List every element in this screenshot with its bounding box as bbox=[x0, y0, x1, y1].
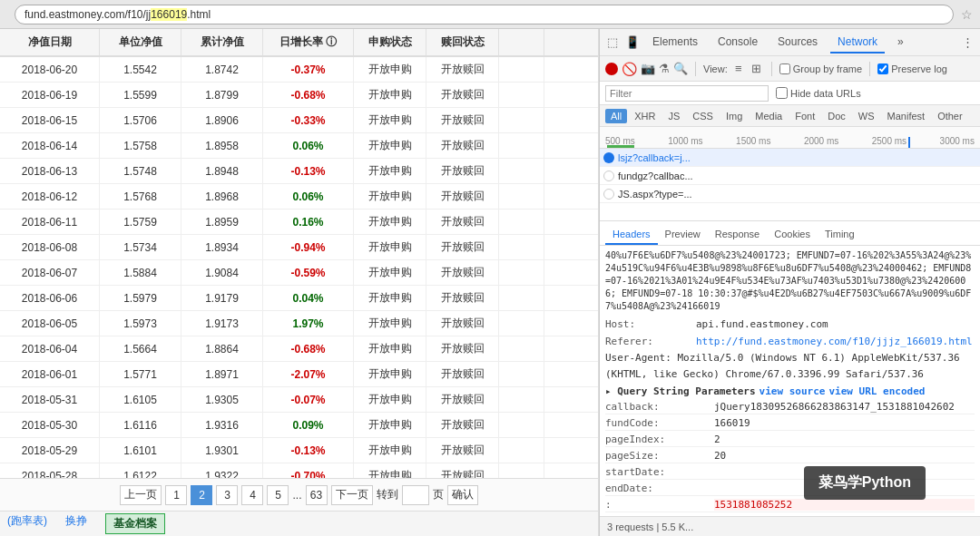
col-date: 净值日期 bbox=[0, 29, 100, 55]
page-2-button[interactable]: 2 bbox=[191, 485, 212, 505]
page-last-button[interactable]: 63 bbox=[306, 485, 328, 505]
cell-unit: 1.6101 bbox=[100, 438, 181, 463]
response-text-section: 40%u7F6E%u6DF7%u5408@%23%24001723; EMFUN… bbox=[605, 249, 975, 313]
mobile-icon[interactable]: 📱 bbox=[625, 35, 640, 50]
cell-sell: 开放赎回 bbox=[426, 311, 499, 336]
request-item[interactable]: JS.aspx?type=... bbox=[600, 185, 980, 203]
group-by-frame-checkbox[interactable] bbox=[779, 63, 790, 74]
confirm-page-button[interactable]: 确认 bbox=[447, 485, 478, 505]
query-title-text: ▸ Query String Parameters bbox=[605, 385, 756, 397]
view-url-encoded-link[interactable]: view URL encoded bbox=[828, 385, 925, 397]
useragent-row: User-Agent: Mozilla/5.0 (Windows NT 6.1)… bbox=[605, 350, 975, 382]
view-source-link[interactable]: view source bbox=[760, 385, 826, 397]
type-filter-media[interactable]: Media bbox=[750, 109, 788, 123]
cell-sell: 开放赎回 bbox=[426, 210, 499, 234]
type-filter-xhr[interactable]: XHR bbox=[629, 109, 661, 123]
request-item[interactable]: fundgz?callbac... bbox=[600, 167, 980, 185]
cell-accum: 1.8958 bbox=[181, 133, 263, 158]
page-input[interactable] bbox=[402, 485, 429, 505]
col-buy: 申购状态 bbox=[354, 29, 426, 55]
detail-tab-cookies[interactable]: Cookies bbox=[767, 225, 818, 245]
page-ellipsis: ... bbox=[292, 489, 301, 502]
tab-more[interactable]: » bbox=[890, 32, 911, 54]
cell-action bbox=[499, 235, 544, 259]
cell-buy: 开放申购 bbox=[354, 413, 426, 437]
cell-rate: -0.70% bbox=[263, 463, 354, 478]
cell-accum: 1.8906 bbox=[181, 108, 263, 132]
separator-3 bbox=[869, 62, 870, 76]
query-param-value bbox=[714, 482, 975, 494]
devtools-settings-icon[interactable]: ⋮ bbox=[960, 35, 975, 50]
url-bar[interactable]: fund.eastmoney.com/f10/jj166019.html bbox=[15, 5, 954, 24]
cell-buy: 开放申购 bbox=[354, 83, 426, 107]
next-page-button[interactable]: 下一页 bbox=[331, 485, 373, 505]
type-filter-font[interactable]: Font bbox=[789, 109, 820, 123]
tab-network[interactable]: Network bbox=[830, 32, 885, 54]
cell-accum: 1.9305 bbox=[181, 387, 263, 412]
cell-buy: 开放申购 bbox=[354, 210, 426, 234]
detail-tab-headers[interactable]: Headers bbox=[605, 225, 658, 245]
view-grid-icon[interactable]: ⊞ bbox=[750, 62, 764, 76]
pailu-link[interactable]: (跑率表) bbox=[7, 513, 47, 534]
cell-rate: -0.33% bbox=[263, 108, 354, 132]
filter-icon[interactable]: ⚗ bbox=[659, 62, 670, 75]
page-1-button[interactable]: 1 bbox=[165, 485, 187, 505]
query-param-key: callback: bbox=[605, 401, 714, 413]
request-item[interactable]: lsjz?callback=j... bbox=[600, 149, 980, 167]
cell-sell: 开放赎回 bbox=[426, 286, 499, 310]
cell-sell: 开放赎回 bbox=[426, 159, 499, 183]
type-filter-all[interactable]: All bbox=[605, 109, 627, 123]
cell-date: 2018-06-08 bbox=[0, 235, 100, 259]
cell-action bbox=[499, 260, 544, 285]
type-filter-manifest[interactable]: Manifest bbox=[882, 109, 931, 123]
fund-archive-button[interactable]: 基金档案 bbox=[105, 513, 165, 534]
clear-button[interactable]: 🚫 bbox=[622, 62, 637, 76]
type-filter-other[interactable]: Other bbox=[932, 109, 968, 123]
view-list-icon[interactable]: ≡ bbox=[731, 62, 746, 76]
tab-elements[interactable]: Elements bbox=[645, 32, 705, 54]
record-button[interactable] bbox=[605, 63, 618, 75]
type-filter-doc[interactable]: Doc bbox=[822, 109, 851, 123]
detail-tab-timing[interactable]: Timing bbox=[818, 225, 862, 245]
bookmark-star-icon[interactable]: ☆ bbox=[961, 7, 973, 22]
host-row: Host: api.fund.eastmoney.com bbox=[605, 317, 975, 333]
page-3-button[interactable]: 3 bbox=[216, 485, 238, 505]
type-filter-img[interactable]: Img bbox=[720, 109, 748, 123]
tab-console[interactable]: Console bbox=[710, 32, 765, 54]
cell-unit: 1.5884 bbox=[100, 260, 181, 285]
preserve-log-checkbox[interactable] bbox=[877, 63, 888, 74]
cell-date: 2018-06-05 bbox=[0, 311, 100, 336]
huanzheng-link[interactable]: 换挣 bbox=[65, 513, 87, 534]
timeline-blue-bar bbox=[908, 137, 910, 148]
type-filter-ws[interactable]: WS bbox=[853, 109, 880, 123]
hide-data-urls-checkbox[interactable] bbox=[776, 87, 788, 99]
prev-page-button[interactable]: 上一页 bbox=[120, 485, 162, 505]
query-param: : 1531881085252 bbox=[605, 498, 975, 512]
cell-rate: 0.06% bbox=[263, 184, 354, 209]
tab-sources[interactable]: Sources bbox=[770, 32, 825, 54]
table-header: 净值日期 单位净值 累计净值 日增长率 ⓘ 申购状态 赎回状态 bbox=[0, 29, 598, 57]
response-text-value: 40%u7F6E%u6DF7%u5408@%23%24001723; EMFUN… bbox=[605, 249, 975, 313]
separator-1 bbox=[695, 62, 696, 76]
detail-tab-response[interactable]: Response bbox=[708, 225, 768, 245]
cell-date: 2018-05-29 bbox=[0, 438, 100, 463]
network-toolbar: 🚫 📷 ⚗ 🔍 View: ≡ ⊞ Group by frame Preserv… bbox=[600, 56, 980, 82]
url-highlight: 166019 bbox=[151, 8, 187, 21]
cell-rate: -0.68% bbox=[263, 83, 354, 107]
table-row: 2018-06-12 1.5768 1.8968 0.06% 开放申购 开放赎回 bbox=[0, 184, 598, 210]
page-5-button[interactable]: 5 bbox=[267, 485, 289, 505]
referer-value: http://fund.eastmoney.com/f10/jjjz_16601… bbox=[696, 334, 973, 350]
type-filter-css[interactable]: CSS bbox=[687, 109, 719, 123]
query-param-key: pageIndex: bbox=[605, 434, 714, 445]
detail-tab-preview[interactable]: Preview bbox=[658, 225, 708, 245]
cell-unit: 1.6116 bbox=[100, 413, 181, 437]
type-filter-js[interactable]: JS bbox=[662, 109, 685, 123]
filter-input[interactable] bbox=[605, 85, 769, 102]
inspect-icon[interactable]: ⬚ bbox=[605, 35, 620, 50]
page-4-button[interactable]: 4 bbox=[241, 485, 263, 505]
request-icon bbox=[603, 152, 614, 163]
search-icon[interactable]: 🔍 bbox=[673, 62, 688, 75]
camera-icon[interactable]: 📷 bbox=[641, 62, 655, 76]
table-row: 2018-06-20 1.5542 1.8742 -0.37% 开放申购 开放赎… bbox=[0, 57, 598, 83]
cell-sell: 开放赎回 bbox=[426, 57, 499, 82]
